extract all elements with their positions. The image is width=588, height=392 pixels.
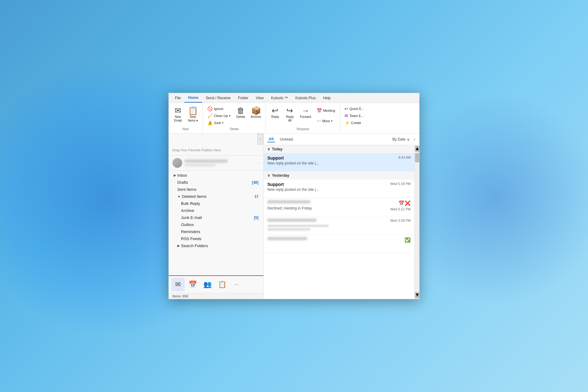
nav-calendar-button[interactable]: 📅 [186, 278, 199, 291]
reply-button[interactable]: ↩ Reply [268, 105, 282, 126]
scrollbar-thumb[interactable] [415, 153, 419, 162]
bottom-nav: ✉ 📅 👥 📋 ··· [169, 275, 263, 293]
delete-small-stack: 🚫 Ignore 🧹 Clean Up ▾ ⚠️ Junk ▾ [205, 105, 233, 126]
filter-bar: All Unread By Date ∨ ↑ [264, 134, 419, 145]
nav-people-button[interactable]: 👥 [201, 278, 214, 291]
sort-label: By Date [392, 137, 405, 141]
quick-label: Quick E... [349, 107, 364, 111]
folder-drafts[interactable]: Drafts [36] [169, 179, 263, 186]
archive-button[interactable]: 📦 Archive [249, 105, 263, 126]
new-email-button[interactable]: ✉ NewEmail [171, 105, 185, 126]
outlook-window: File Home Send / Receive Folder View Kut… [168, 93, 420, 299]
sidebar-account: · [169, 156, 263, 171]
cleanup-arrow: ▾ [229, 114, 231, 117]
tab-file[interactable]: File [171, 93, 184, 103]
folder-reminders[interactable]: Reminders [169, 228, 263, 235]
reply-all-label: ReplyAll [286, 115, 294, 123]
meeting-icon: 📅 [317, 108, 322, 113]
folder-search-folders[interactable]: ▶ Search Folders [169, 242, 263, 249]
folder-list: ▶ Inbox Drafts [36] Sent Items ▼ Deleted… [169, 171, 263, 275]
email-time-yesterday-3: Wed 3:28 PM [390, 219, 411, 222]
email-sender-yesterday-4 [267, 237, 402, 242]
quick-email-button[interactable]: ↩ Quick E... [342, 105, 366, 112]
ribbon-content: ✉ NewEmail 📋 NewItems ▾ New 🚫 [169, 103, 419, 133]
email-item-yesterday-2[interactable]: Declined: meeting in Friday 📅❌ Wed 5:11 … [264, 198, 414, 216]
new-email-label: NewEmail [174, 115, 182, 123]
sidebar: ‹ Drag Your Favorite Folders Here · ▶ [169, 134, 264, 299]
quick-small-stack: ↩ Quick E... ✉ Team E... ⚡ Create [342, 105, 366, 126]
folder-archive[interactable]: Archive [169, 207, 263, 214]
email-item-yesterday-1[interactable]: Support New reply posted on the site (..… [264, 179, 414, 198]
section-today-label: Today [272, 147, 282, 151]
filter-tab-all[interactable]: All [267, 136, 275, 142]
delete-button[interactable]: 🗑 Delete [234, 105, 247, 126]
folder-search-left: ▶ Search Folders [177, 243, 208, 248]
folder-outbox[interactable]: Outbox [169, 221, 263, 228]
junk-arrow: ▾ [222, 121, 224, 124]
scrollbar-down-button[interactable]: ▼ [415, 292, 419, 298]
ignore-button[interactable]: 🚫 Ignore [205, 105, 233, 112]
scrollbar-up-button[interactable]: ▲ [415, 146, 419, 152]
sort-direction-arrow[interactable]: ↑ [413, 137, 416, 142]
account-avatar [172, 158, 182, 168]
tab-kutools-plus[interactable]: Kutools Plus [292, 93, 319, 103]
tab-help[interactable]: Help [319, 93, 334, 103]
email-preview-yesterday-3 [267, 224, 341, 232]
account-dot: · [258, 160, 260, 166]
delete-icon: 🗑 [237, 107, 245, 115]
create-button[interactable]: ⚡ Create [342, 119, 366, 126]
email-item-yesterday-2-content: Declined: meeting in Friday [267, 200, 388, 210]
email-item-today-1[interactable]: Support New reply posted on the site (..… [264, 153, 414, 172]
folder-bulk-reply[interactable]: Bulk Reply [169, 200, 263, 207]
email-sender-yesterday-1: Support [267, 182, 388, 187]
tab-kutools[interactable]: Kutools ™ [267, 93, 292, 103]
account-name-blur [185, 160, 228, 163]
reply-label: Reply [271, 115, 279, 119]
nav-more-button[interactable]: ··· [230, 278, 243, 291]
search-expand-arrow: ▶ [177, 244, 180, 248]
email-items: ∨ Today Support New reply posted on the … [264, 145, 414, 299]
folder-drafts-name: Drafts [177, 180, 188, 185]
email-preview-today-1: New reply posted on the site (... [267, 161, 341, 165]
ribbon-respond-buttons: ↩ Reply ↪ ReplyAll → Forward 📅 M [268, 105, 337, 126]
email-item-yesterday-3[interactable]: Wed 3:28 PM [264, 216, 414, 235]
team-button[interactable]: ✉ Team E... [342, 112, 366, 119]
reply-all-icon: ↪ [286, 107, 293, 115]
reply-all-button[interactable]: ↪ ReplyAll [283, 105, 296, 126]
ribbon-group-quick: ↩ Quick E... ✉ Team E... ⚡ Create [340, 104, 369, 132]
filter-tab-unread[interactable]: Unread [279, 136, 294, 142]
tab-send-receive[interactable]: Send / Receive [202, 93, 234, 103]
forward-button[interactable]: → Forward [298, 105, 313, 126]
nav-tasks-button[interactable]: 📋 [215, 278, 229, 291]
folder-sent-items[interactable]: Sent Items [169, 186, 263, 193]
cleanup-button[interactable]: 🧹 Clean Up ▾ [205, 112, 233, 119]
more-button[interactable]: ⋯ More ▾ [315, 118, 337, 124]
email-item-yesterday-4-content [267, 237, 402, 243]
email-preview-yesterday-2: Declined: meeting in Friday [267, 206, 341, 210]
nav-mail-button[interactable]: ✉ [171, 278, 185, 291]
tab-view[interactable]: View [252, 93, 267, 103]
folder-deleted-items[interactable]: ▼ Deleted Items 17 [169, 193, 263, 200]
folder-junk-email[interactable]: Junk E-mail [5] [169, 214, 263, 221]
folder-drafts-badge: [36] [252, 180, 258, 185]
email-item-yesterday-1-content: Support New reply posted on the site (..… [267, 182, 388, 192]
email-item-yesterday-4[interactable]: ✅ [264, 235, 414, 253]
inbox-expand-arrow: ▶ [174, 173, 176, 177]
folder-inbox[interactable]: ▶ Inbox [169, 172, 263, 179]
sort-by-date-button[interactable]: By Date ∨ [390, 136, 412, 142]
folder-deleted-badge: 17 [254, 194, 258, 199]
meeting-button[interactable]: 📅 Meeting [315, 107, 337, 114]
new-items-icon: 📋 [188, 107, 198, 115]
new-items-button[interactable]: 📋 NewItems ▾ [186, 105, 200, 126]
ignore-icon: 🚫 [207, 106, 213, 111]
forward-label: Forward [300, 115, 311, 119]
tab-folder[interactable]: Folder [234, 93, 252, 103]
email-item-today-1-content: Support New reply posted on the site (..… [267, 156, 396, 165]
junk-button[interactable]: ⚠️ Junk ▾ [205, 119, 233, 126]
folder-rss-feeds[interactable]: RSS Feeds [169, 235, 263, 242]
email-sender-today-1: Support [267, 156, 396, 160]
sidebar-collapse-button[interactable]: ‹ [257, 134, 263, 145]
scrollbar[interactable]: ▲ ▼ [414, 145, 419, 299]
section-yesterday: ∨ Yesterday [264, 172, 414, 179]
tab-home[interactable]: Home [184, 93, 202, 103]
